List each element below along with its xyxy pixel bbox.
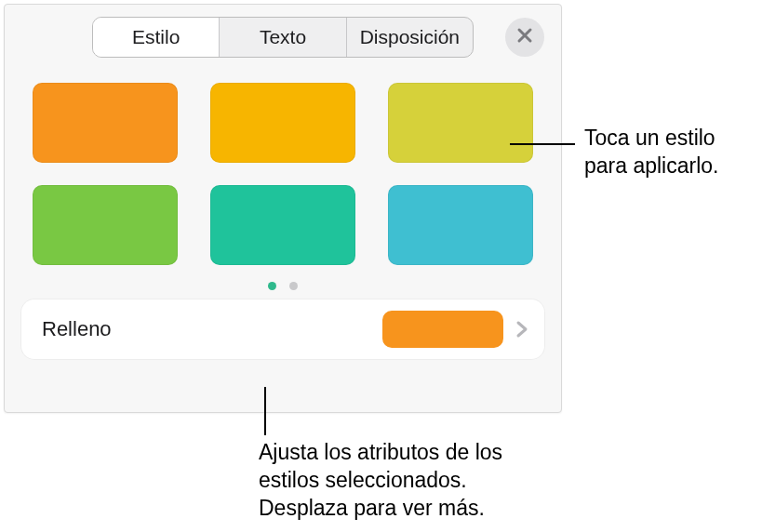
callout-adjust-attributes: Ajusta los atributos de los estilos sele… — [259, 439, 547, 523]
swatch-row-2 — [33, 185, 533, 265]
callout-apply-style: Toca un estilo para aplicarlo. — [584, 125, 761, 180]
page-dot — [289, 282, 298, 290]
page-dot-active — [268, 282, 276, 290]
tab-text[interactable]: Texto — [219, 18, 345, 57]
format-panel: Estilo Texto Disposición — [4, 4, 562, 413]
panel-header: Estilo Texto Disposición — [5, 5, 561, 70]
callout-text: Ajusta los atributos de los estilos sele… — [259, 440, 502, 520]
close-icon — [516, 27, 533, 47]
tab-layout-label: Disposición — [360, 26, 460, 48]
tab-style[interactable]: Estilo — [93, 18, 219, 57]
segmented-tabs: Estilo Texto Disposición — [92, 17, 474, 58]
style-swatch[interactable] — [33, 185, 178, 265]
tab-layout[interactable]: Disposición — [346, 18, 473, 57]
chevron-right-icon — [515, 318, 529, 340]
fill-color-preview — [382, 311, 503, 348]
close-button[interactable] — [505, 18, 544, 57]
fill-row[interactable]: Relleno — [21, 299, 544, 359]
fill-label: Relleno — [42, 317, 382, 341]
style-swatch[interactable] — [33, 83, 178, 163]
style-swatch-grid — [5, 70, 561, 265]
style-swatch[interactable] — [388, 185, 533, 265]
callout-text: Toca un estilo para aplicarlo. — [584, 126, 718, 178]
pagination-dots[interactable] — [5, 282, 561, 290]
callout-line — [510, 143, 575, 145]
style-swatch[interactable] — [388, 83, 533, 163]
style-swatch[interactable] — [210, 83, 355, 163]
tab-style-label: Estilo — [132, 26, 180, 48]
tab-text-label: Texto — [260, 26, 306, 48]
swatch-row-1 — [33, 83, 533, 163]
callout-line — [264, 387, 266, 435]
style-swatch[interactable] — [210, 185, 355, 265]
